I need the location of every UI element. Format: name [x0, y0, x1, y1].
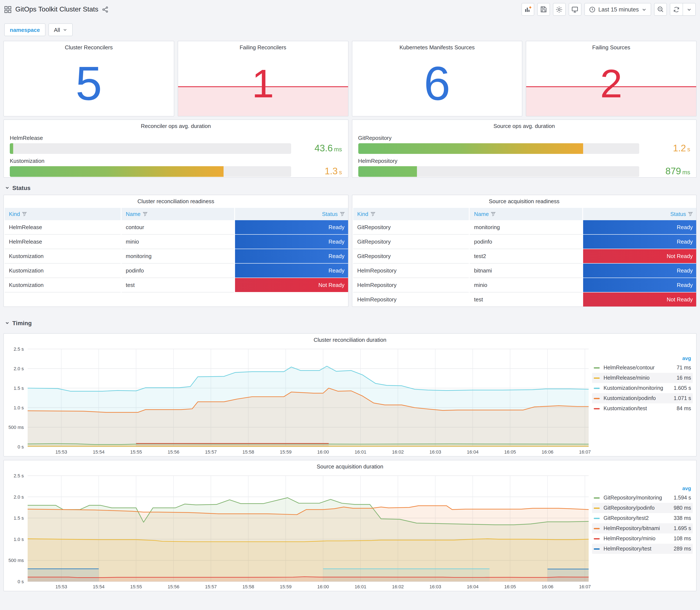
namespace-variable-value[interactable]: All: [48, 23, 73, 36]
cell-kind: Kustomization: [4, 263, 121, 278]
table-panel-0: Cluster reconciliation readinessKindName…: [3, 195, 348, 307]
chart-panel-title[interactable]: Cluster reconciliation duration: [4, 334, 696, 345]
legend-item[interactable]: HelmRepository/minio108 ms: [592, 533, 693, 544]
cell-status: Not Ready: [234, 278, 348, 292]
cell-status: Ready: [583, 220, 696, 235]
filter-funnel-icon[interactable]: [338, 211, 344, 217]
legend-item[interactable]: GitRepository/podinfo980 ms: [592, 503, 693, 513]
stat-panel-title[interactable]: Failing Reconcilers: [178, 41, 348, 52]
table-panel-title[interactable]: Source acquisition readiness: [352, 195, 696, 206]
x-axis-tick-label: 16:03: [429, 449, 441, 455]
share-icon[interactable]: [102, 6, 109, 13]
legend-item[interactable]: HelmRepository/test289 ms: [592, 544, 693, 554]
save-dashboard-button[interactable]: [537, 3, 550, 16]
filter-funnel-icon[interactable]: [686, 211, 693, 217]
cell-kind: HelmRepository: [353, 263, 469, 278]
section-header-status[interactable]: Status: [0, 178, 700, 195]
legend-item[interactable]: Kustomization/podinfo1.071 s: [592, 393, 693, 403]
legend-item[interactable]: Kustomization/monitoring1.605 s: [592, 383, 693, 393]
cell-status: Ready: [583, 263, 696, 278]
table-row: GitRepositorytest2Not Ready: [353, 249, 696, 263]
gauge-panel-title[interactable]: Reconciler ops avg. duration: [10, 120, 342, 131]
cell-name: monitoring: [469, 220, 583, 235]
filter-funnel-icon[interactable]: [20, 211, 27, 217]
filter-funnel-icon[interactable]: [368, 211, 375, 217]
legend-series-color: [594, 408, 600, 409]
legend-item[interactable]: HelmRepository/bitnami1.695 s: [592, 523, 693, 533]
settings-gear-button[interactable]: [553, 3, 566, 16]
legend-series-avg: 338 ms: [674, 515, 691, 521]
y-axis-tick-label: 2.0 s: [14, 494, 24, 500]
legend-series-avg: 980 ms: [674, 505, 691, 511]
column-header-kind[interactable]: Kind: [4, 208, 121, 220]
cell-kind: Kustomization: [4, 278, 121, 292]
stat-panel-title[interactable]: Failing Sources: [526, 41, 696, 52]
legend-item[interactable]: GitRepository/monitoring1.594 s: [592, 493, 693, 503]
x-axis-tick-label: 16:02: [392, 449, 404, 455]
refresh-interval-dropdown[interactable]: [683, 3, 695, 15]
legend-item[interactable]: HelmRelease/contour71 ms: [592, 363, 693, 373]
dashboard-grid-icon[interactable]: [4, 6, 12, 13]
gauge-value-number: 1.2: [673, 143, 686, 153]
y-axis-tick-label: 0 s: [18, 579, 24, 584]
cell-status: Ready: [234, 235, 348, 249]
gauge-row: HelmRelease43.6ms: [10, 135, 342, 154]
gauge-panel-title[interactable]: Source ops avg. duration: [358, 120, 690, 131]
section-header-timing[interactable]: Timing: [0, 307, 700, 330]
readiness-table: KindNameStatusGitRepositorymonitoringRea…: [352, 208, 696, 307]
x-axis-tick-label: 15:54: [93, 584, 104, 589]
gauge-value: 43.6ms: [298, 143, 342, 154]
gauge-panel-0: Reconciler ops avg. durationHelmRelease4…: [3, 119, 348, 178]
tv-cycle-view-button[interactable]: [568, 3, 581, 16]
legend-item[interactable]: Kustomization/test84 ms: [592, 403, 693, 414]
status-badge: Not Ready: [583, 292, 696, 306]
cell-kind: Kustomization: [4, 249, 121, 263]
stat-panel-2: Kubernetes Manifests Sources6: [352, 41, 523, 116]
column-header-label: Kind: [357, 211, 368, 217]
table-panel-title[interactable]: Cluster reconciliation readiness: [4, 195, 348, 206]
stat-panel-title[interactable]: Kubernetes Manifests Sources: [352, 41, 522, 52]
gauge-track: [10, 166, 291, 177]
stat-panel-0: Cluster Reconcilers5: [3, 41, 174, 116]
column-header-label: Status: [670, 211, 686, 217]
add-panel-button[interactable]: [521, 3, 534, 16]
cell-status: Ready: [234, 263, 348, 278]
y-axis-tick-label: 1.5 s: [14, 386, 24, 391]
x-axis-tick-label: 16:01: [355, 584, 367, 589]
column-header-name[interactable]: Name: [121, 208, 234, 220]
time-series-plot[interactable]: 0 s500 ms1.0 s1.5 s2.0 s2.5 s15:5315:541…: [4, 345, 592, 456]
gauge-track: [358, 143, 639, 154]
grafana-dashboard: GitOps Toolkit Cluster Stats: [0, 0, 700, 610]
column-header-kind[interactable]: Kind: [353, 208, 469, 220]
gauge-line: 1.3s: [10, 165, 342, 177]
legend-item[interactable]: GitRepository/test2338 ms: [592, 513, 693, 523]
status-badge: Ready: [235, 249, 348, 263]
x-axis-tick-label: 16:00: [317, 584, 329, 589]
column-header-status[interactable]: Status: [583, 208, 696, 220]
series-area-fill: [28, 505, 589, 581]
x-axis-tick-label: 15:59: [280, 584, 292, 589]
chart-panel-title[interactable]: Source acquisition duration: [4, 460, 696, 471]
legend-avg-header[interactable]: avg: [592, 354, 693, 363]
legend-item[interactable]: HelmRelease/minio16 ms: [592, 373, 693, 383]
cell-kind: HelmRelease: [4, 220, 121, 235]
stat-panel-3: Failing Sources2: [526, 41, 697, 116]
zoom-out-button[interactable]: [654, 3, 667, 16]
column-header-name[interactable]: Name: [469, 208, 583, 220]
cell-name: monitoring: [121, 249, 234, 263]
time-range-picker[interactable]: Last 15 minutes: [584, 3, 651, 16]
filter-funnel-icon[interactable]: [489, 211, 495, 217]
time-series-plot[interactable]: 0 s500 ms1.0 s1.5 s2.0 s2.5 s15:5315:541…: [4, 471, 592, 591]
x-axis-tick-label: 16:01: [355, 449, 367, 455]
namespace-variable-label[interactable]: namespace: [4, 23, 46, 36]
refresh-button[interactable]: [670, 3, 683, 15]
legend-avg-header[interactable]: avg: [592, 484, 693, 493]
column-header-label: Name: [474, 211, 489, 217]
gauge-row: GitRepository1.2s: [358, 135, 690, 154]
column-header-status[interactable]: Status: [234, 208, 348, 220]
x-axis-tick-label: 15:54: [93, 449, 104, 455]
stat-panel-title[interactable]: Cluster Reconcilers: [4, 41, 174, 52]
filter-funnel-icon[interactable]: [141, 211, 147, 217]
y-axis-tick-label: 2.5 s: [14, 347, 24, 352]
legend-series-name: HelmRepository/bitnami: [603, 525, 674, 531]
